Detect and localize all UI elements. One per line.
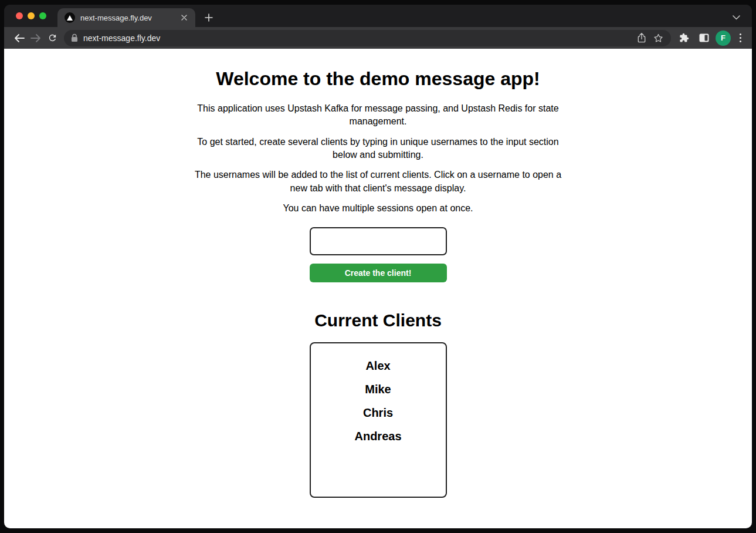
browser-window: next-message.fly.dev next-message.fly.de… bbox=[4, 5, 752, 528]
toolbar-actions: F bbox=[676, 30, 746, 46]
username-input[interactable] bbox=[310, 227, 447, 255]
page-content: Welcome to the demo message app! This ap… bbox=[4, 49, 752, 528]
site-favicon-icon bbox=[65, 12, 75, 23]
new-tab-button[interactable] bbox=[200, 9, 218, 26]
client-list-item[interactable]: Chris bbox=[311, 401, 446, 424]
side-panel-icon bbox=[699, 33, 709, 42]
zoom-window-button[interactable] bbox=[39, 12, 46, 19]
create-client-button[interactable]: Create the client! bbox=[310, 264, 447, 282]
tab-title: next-message.fly.dev bbox=[80, 14, 179, 22]
back-button[interactable] bbox=[11, 30, 28, 46]
clients-heading: Current Clients bbox=[4, 311, 752, 331]
reload-button[interactable] bbox=[44, 30, 60, 46]
address-bar[interactable]: next-message.fly.dev bbox=[64, 30, 671, 46]
intro-paragraph: You can have multiple sessions open at o… bbox=[193, 202, 564, 215]
traffic-lights bbox=[16, 12, 46, 19]
profile-avatar[interactable]: F bbox=[716, 31, 731, 46]
plus-icon bbox=[205, 14, 213, 22]
intro-paragraph: To get started, create several clients b… bbox=[193, 136, 564, 162]
tab-strip: next-message.fly.dev bbox=[4, 5, 752, 27]
forward-arrow-icon bbox=[30, 33, 41, 43]
side-panel-button[interactable] bbox=[696, 30, 712, 46]
share-icon bbox=[638, 33, 646, 43]
client-list-item[interactable]: Andreas bbox=[311, 424, 446, 448]
chevron-down-icon bbox=[733, 15, 740, 20]
forward-button[interactable] bbox=[28, 30, 44, 46]
bookmark-button[interactable] bbox=[650, 31, 666, 46]
intro-paragraph: This application uses Upstash Kafka for … bbox=[193, 102, 564, 129]
tab-close-button[interactable] bbox=[179, 12, 189, 23]
client-list-item[interactable]: Mike bbox=[311, 377, 446, 401]
browser-menu-button[interactable] bbox=[734, 30, 746, 46]
client-list: Alex Mike Chris Andreas bbox=[310, 342, 447, 498]
url-text: next-message.fly.dev bbox=[83, 33, 633, 43]
puzzle-icon bbox=[679, 33, 689, 43]
intro-paragraph: The usernames will be added to the list … bbox=[193, 168, 564, 195]
browser-toolbar: next-message.fly.dev F bbox=[4, 27, 752, 49]
close-window-button[interactable] bbox=[16, 12, 23, 19]
extensions-button[interactable] bbox=[676, 30, 692, 46]
back-arrow-icon bbox=[14, 33, 25, 43]
close-icon bbox=[181, 15, 187, 21]
client-list-item[interactable]: Alex bbox=[311, 354, 446, 377]
browser-tab[interactable]: next-message.fly.dev bbox=[57, 8, 195, 27]
tab-search-button[interactable] bbox=[730, 12, 743, 23]
share-button[interactable] bbox=[633, 31, 650, 46]
page-title: Welcome to the demo message app! bbox=[4, 68, 752, 90]
reload-icon bbox=[48, 33, 57, 43]
minimize-window-button[interactable] bbox=[28, 12, 35, 19]
star-icon bbox=[653, 33, 663, 43]
lock-icon bbox=[71, 33, 78, 42]
